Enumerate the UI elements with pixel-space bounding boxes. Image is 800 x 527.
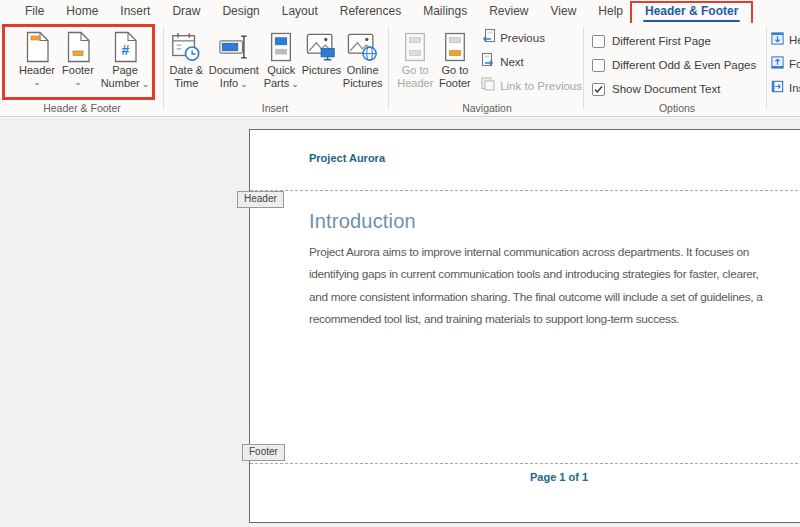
page-number-button[interactable]: # Page Number⌄	[98, 27, 152, 90]
tab-design[interactable]: Design	[211, 0, 270, 23]
chevron-down-icon: ⌄	[33, 78, 41, 87]
chevron-down-icon: ⌄	[240, 79, 248, 89]
group-separator	[163, 27, 164, 109]
footer-from-bottom-icon	[770, 55, 785, 74]
next-button[interactable]: Next	[480, 54, 582, 70]
page-number-button-label-2: Number⌄	[101, 77, 150, 91]
checkbox-show-document-text[interactable]: Show Document Text	[592, 82, 764, 96]
date-time-label-2: Time	[174, 77, 198, 90]
quick-parts-label-2: Parts⌄	[264, 77, 299, 91]
pictures-button[interactable]: Pictures	[302, 27, 342, 77]
quick-parts-icon	[267, 29, 295, 64]
tab-review-label: Review	[489, 4, 528, 18]
document-page[interactable]: Project Aurora Header Introduction Proje…	[249, 129, 800, 523]
svg-text:#: #	[121, 42, 129, 58]
tab-review[interactable]: Review	[478, 0, 539, 23]
go-to-header-label-2: Header	[397, 77, 433, 90]
tab-file-label: File	[25, 4, 44, 18]
document-info-button[interactable]: Document Info⌄	[207, 27, 261, 90]
pictures-label: Pictures	[302, 64, 342, 77]
header-boundary-line	[250, 190, 800, 191]
online-pictures-button[interactable]: Online Pictures	[341, 27, 384, 89]
previous-icon	[480, 28, 496, 48]
pictures-icon	[305, 29, 339, 64]
tab-layout-label: Layout	[282, 4, 318, 18]
footer-from-bottom-button[interactable]: Footer from Bottom	[770, 56, 800, 72]
footer-from-bottom-label: Footer from Bottom	[789, 58, 800, 70]
tab-view[interactable]: View	[540, 0, 588, 23]
document-body: Project Aurora aims to improve internal …	[309, 241, 763, 331]
document-header-text[interactable]: Project Aurora	[309, 152, 385, 164]
page-number-button-label-1: Page	[112, 64, 138, 77]
document-heading: Introduction	[309, 210, 416, 233]
document-canvas: Project Aurora Header Introduction Proje…	[0, 118, 800, 527]
checkbox-different-first-page[interactable]: Different First Page	[592, 34, 764, 48]
quick-parts-label-1: Quick	[267, 64, 295, 77]
page-number-icon: #	[112, 29, 139, 64]
tab-mailings-label: Mailings	[423, 4, 467, 18]
checkbox-different-odd-even-pages[interactable]: Different Odd & Even Pages	[592, 58, 764, 72]
checkbox-checked-icon	[592, 83, 605, 96]
body-line: recommended tool list, and training mate…	[309, 308, 763, 330]
header-button-label: Header	[19, 64, 55, 77]
tab-file[interactable]: File	[14, 0, 55, 23]
tab-header-footer[interactable]: Header & Footer	[634, 0, 749, 23]
word-window: File Home Insert Draw Design Layout Refe…	[0, 0, 800, 527]
document-footer-text[interactable]: Page 1 of 1	[250, 471, 800, 483]
body-line: Project Aurora aims to improve internal …	[309, 241, 763, 263]
group-label-options: Options	[590, 102, 764, 114]
online-pictures-label-2: Pictures	[343, 77, 383, 90]
chevron-down-icon: ⌄	[142, 79, 150, 89]
group-separator	[766, 27, 767, 109]
date-time-button[interactable]: Date & Time	[166, 27, 207, 89]
quick-parts-button[interactable]: Quick Parts⌄	[261, 27, 302, 90]
header-button[interactable]: Header ⌄	[16, 27, 58, 87]
header-from-top-button[interactable]: Header from Top	[770, 32, 800, 48]
group-label-header-footer: Header & Footer	[6, 102, 158, 114]
date-time-icon	[170, 29, 202, 64]
group-separator	[388, 27, 389, 109]
next-icon	[480, 52, 496, 72]
document-info-icon	[218, 29, 250, 64]
previous-button[interactable]: Previous	[480, 30, 582, 46]
tab-draw[interactable]: Draw	[161, 0, 211, 23]
insert-alignment-tab-icon	[770, 79, 785, 98]
checkbox-unchecked-icon	[592, 59, 605, 72]
tab-mailings[interactable]: Mailings	[412, 0, 478, 23]
go-to-footer-label-2: Footer	[439, 77, 471, 90]
tab-references[interactable]: References	[329, 0, 412, 23]
document-info-label-2: Info⌄	[220, 77, 248, 91]
next-label: Next	[500, 56, 524, 68]
previous-label: Previous	[500, 32, 545, 44]
body-line: and more consistent information sharing.…	[309, 286, 763, 308]
document-info-label-1: Document	[209, 64, 259, 77]
header-from-top-label: Header from Top	[789, 34, 800, 46]
footer-boundary-line	[250, 463, 800, 464]
ribbon: Header ⌄ Footer ⌄ # Page Number⌄	[0, 23, 800, 117]
link-to-previous-label: Link to Previous	[500, 80, 582, 92]
show-document-text-label: Show Document Text	[612, 83, 720, 95]
tab-home-label: Home	[66, 4, 98, 18]
insert-alignment-tab-button[interactable]: Insert Alignment Tab	[770, 80, 800, 96]
tab-header-footer-label: Header & Footer	[645, 4, 738, 18]
group-separator	[583, 27, 584, 109]
tab-help[interactable]: Help	[587, 0, 634, 23]
go-to-footer-label-1: Go to	[441, 64, 468, 77]
go-to-footer-button[interactable]: Go to Footer	[436, 27, 475, 89]
tab-layout[interactable]: Layout	[271, 0, 329, 23]
online-pictures-label-1: Online	[347, 64, 379, 77]
tab-draw-label: Draw	[172, 4, 200, 18]
tab-help-label: Help	[598, 4, 623, 18]
tab-home[interactable]: Home	[55, 0, 109, 23]
insert-alignment-tab-label: Insert Alignment Tab	[789, 82, 800, 94]
tab-references-label: References	[340, 4, 401, 18]
ribbon-tab-bar: File Home Insert Draw Design Layout Refe…	[0, 0, 800, 23]
footer-button[interactable]: Footer ⌄	[58, 27, 98, 87]
group-insert: Date & Time Document Info⌄ Quick Parts⌄	[166, 23, 384, 116]
tab-insert-label: Insert	[120, 4, 150, 18]
footer-margin-label: Footer	[242, 444, 285, 461]
tab-insert[interactable]: Insert	[109, 0, 161, 23]
tab-design-label: Design	[222, 4, 259, 18]
footer-icon	[65, 29, 92, 64]
active-tab-underline	[643, 20, 740, 23]
